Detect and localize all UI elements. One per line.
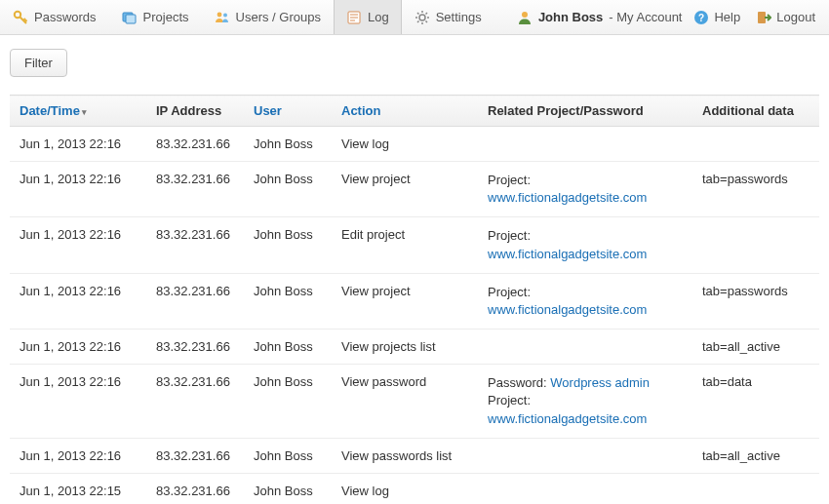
related-label: Project:: [488, 285, 531, 299]
cell-ip: 83.32.231.66: [146, 273, 244, 329]
table-row: Jun 1, 2013 22:1683.32.231.66John BossEd…: [10, 217, 819, 273]
col-additional[interactable]: Additional data: [692, 96, 819, 127]
table-row: Jun 1, 2013 22:1683.32.231.66John BossVi…: [10, 273, 819, 329]
nav-left: Passwords Projects Users / Groups Log Se…: [0, 0, 494, 34]
cell-action: View project: [332, 162, 478, 217]
related-line: Project: www.fictionalgadgetsite.com: [488, 392, 683, 427]
cell-additional: tab=all_active: [692, 330, 819, 365]
nav-label: Passwords: [34, 10, 97, 24]
related-project-link[interactable]: www.fictionalgadgetsite.com: [488, 411, 647, 426]
nav-passwords[interactable]: Passwords: [0, 0, 109, 34]
table-row: Jun 1, 2013 22:1683.32.231.66John BossVi…: [10, 330, 819, 365]
filter-button[interactable]: Filter: [10, 49, 67, 77]
cell-action: View project: [332, 273, 478, 329]
help-icon: ?: [693, 10, 709, 25]
cell-ip: 83.32.231.66: [146, 473, 244, 504]
cell-additional: tab=passwords: [692, 162, 819, 217]
cell-additional: [692, 127, 819, 162]
svg-line-17: [425, 13, 427, 15]
related-line: Project: www.fictionalgadgetsite.com: [488, 172, 683, 207]
cell-related: [478, 330, 692, 365]
cell-related: Password: Wordpress adminProject: www.fi…: [478, 365, 692, 439]
cell-action: View password: [332, 365, 478, 439]
col-ip[interactable]: IP Address: [146, 96, 244, 127]
nav-logout[interactable]: Logout: [752, 10, 819, 25]
cell-action: Edit project: [332, 217, 478, 273]
svg-point-9: [419, 15, 425, 20]
related-project-link[interactable]: www.fictionalgadgetsite.com: [488, 247, 647, 261]
svg-line-14: [417, 13, 419, 15]
cell-datetime: Jun 1, 2013 22:16: [10, 330, 146, 365]
svg-point-0: [15, 11, 20, 17]
related-line: Password: Wordpress admin: [488, 374, 683, 392]
cell-ip: 83.32.231.66: [146, 438, 244, 473]
account-label: - My Account: [609, 10, 682, 24]
col-datetime[interactable]: Date/Time: [10, 96, 146, 127]
key-icon: [13, 10, 28, 25]
nav-log[interactable]: Log: [334, 0, 402, 34]
log-icon: [346, 10, 362, 25]
cell-related: Project: www.fictionalgadgetsite.com: [478, 217, 692, 273]
nav-right: John Boss - My Account ? Help Logout: [517, 0, 829, 34]
cell-additional: [692, 217, 819, 273]
svg-text:?: ?: [698, 13, 704, 23]
cell-related: [478, 127, 692, 162]
related-project-link[interactable]: www.fictionalgadgetsite.com: [488, 190, 647, 205]
cell-additional: tab=data: [692, 365, 819, 439]
svg-rect-2: [126, 15, 136, 23]
cell-user: John Boss: [244, 162, 332, 217]
related-label: Project:: [488, 228, 531, 243]
cell-related: Project: www.fictionalgadgetsite.com: [478, 162, 692, 217]
related-project-link[interactable]: www.fictionalgadgetsite.com: [488, 302, 647, 317]
cell-action: View log: [332, 127, 478, 162]
cell-user: John Boss: [244, 217, 332, 273]
svg-point-18: [522, 12, 528, 18]
related-password-link[interactable]: Wordpress admin: [550, 375, 650, 390]
cell-action: View passwords list: [332, 438, 478, 473]
cell-datetime: Jun 1, 2013 22:16: [10, 365, 146, 439]
help-label: Help: [714, 10, 740, 24]
svg-point-4: [223, 13, 227, 17]
users-icon: [215, 10, 230, 25]
col-user[interactable]: User: [244, 96, 332, 127]
cell-datetime: Jun 1, 2013 22:16: [10, 438, 146, 473]
cell-user: John Boss: [244, 127, 332, 162]
cell-user: John Boss: [244, 273, 332, 329]
col-action[interactable]: Action: [332, 96, 478, 127]
cell-user: John Boss: [244, 330, 332, 365]
table-row: Jun 1, 2013 22:1683.32.231.66John BossVi…: [10, 127, 819, 162]
cell-user: John Boss: [244, 438, 332, 473]
cell-related: [478, 473, 692, 504]
log-table: Date/Time IP Address User Action Related…: [10, 95, 819, 504]
cell-action: View projects list: [332, 330, 478, 365]
user-icon: [517, 10, 533, 25]
nav-label: Log: [368, 10, 389, 24]
related-line: Project: www.fictionalgadgetsite.com: [488, 227, 683, 262]
toolbar: Filter: [0, 35, 829, 95]
table-row: Jun 1, 2013 22:1583.32.231.66John BossVi…: [10, 473, 819, 504]
nav-label: Settings: [436, 10, 482, 24]
cell-additional: tab=all_active: [692, 438, 819, 473]
nav-projects[interactable]: Projects: [109, 0, 202, 34]
cell-ip: 83.32.231.66: [146, 365, 244, 439]
nav-account[interactable]: John Boss - My Account: [517, 10, 683, 25]
cell-user: John Boss: [244, 473, 332, 504]
cell-action: View log: [332, 473, 478, 504]
cell-datetime: Jun 1, 2013 22:15: [10, 473, 146, 504]
cell-ip: 83.32.231.66: [146, 217, 244, 273]
cell-user: John Boss: [244, 365, 332, 439]
table-row: Jun 1, 2013 22:1683.32.231.66John BossVi…: [10, 162, 819, 217]
nav-help[interactable]: ? Help: [690, 10, 744, 25]
cell-datetime: Jun 1, 2013 22:16: [10, 127, 146, 162]
related-label: Project:: [488, 393, 531, 407]
nav-label: Projects: [143, 10, 189, 24]
svg-line-16: [417, 20, 419, 22]
related-line: Project: www.fictionalgadgetsite.com: [488, 284, 683, 319]
cell-related: [478, 438, 692, 473]
top-nav: Passwords Projects Users / Groups Log Se…: [0, 0, 829, 35]
nav-settings[interactable]: Settings: [402, 0, 494, 34]
svg-line-15: [425, 20, 427, 22]
log-table-wrap: Date/Time IP Address User Action Related…: [0, 95, 829, 504]
col-related[interactable]: Related Project/Password: [478, 96, 692, 127]
nav-users[interactable]: Users / Groups: [202, 0, 334, 34]
